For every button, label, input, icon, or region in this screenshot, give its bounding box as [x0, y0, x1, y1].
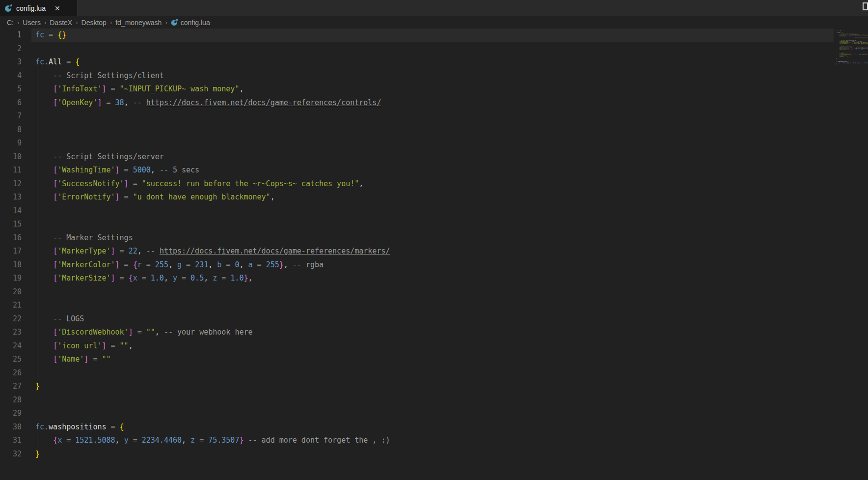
line-number: 16: [0, 231, 22, 245]
code-line[interactable]: 20: [0, 285, 868, 299]
code-line[interactable]: 25 ['Name'] = "": [0, 353, 868, 367]
line-number: 4: [0, 69, 22, 83]
line-number: 22: [0, 312, 22, 326]
code-line[interactable]: 19 ['MarkerSize'] = {x = 1.0, y = 0.5, z…: [0, 272, 868, 285]
code-line[interactable]: 7: [0, 110, 868, 123]
code-text: }: [35, 448, 40, 461]
line-number: 7: [0, 110, 22, 123]
code-line[interactable]: 16 -- Marker Settings: [0, 231, 868, 245]
current-line-highlight: [31, 28, 834, 42]
comment-link[interactable]: https://docs.fivem.net/docs/game-referen…: [160, 247, 390, 255]
line-number: 24: [0, 339, 22, 353]
lua-file-icon: [5, 4, 12, 12]
chevron-right-icon: ›: [165, 19, 167, 26]
code-line[interactable]: 3fc.All = {: [0, 56, 868, 69]
code-line[interactable]: 30fc.washpositions = {: [0, 421, 868, 434]
code-area[interactable]: 1fc = {}23fc.All = {4 -- Script Settings…: [0, 28, 868, 461]
code-text: ['MarkerColor'] = {r = 255, g = 231, b =…: [35, 258, 324, 272]
line-number: 12: [0, 177, 22, 191]
code-line[interactable]: 28: [0, 394, 868, 407]
code-line[interactable]: 22 -- LOGS: [0, 312, 868, 326]
line-number: 5: [0, 83, 22, 96]
minimap[interactable]: fc = {}fc.All = { -- Script Settings/cli…: [835, 28, 868, 480]
code-line[interactable]: 26: [0, 367, 868, 380]
code-line[interactable]: 5 ['InfoText'] = "~INPUT_PICKUP~ wash mo…: [0, 83, 868, 96]
line-number: 19: [0, 272, 22, 285]
code-line[interactable]: 32}: [0, 448, 868, 461]
code-line[interactable]: 21: [0, 299, 868, 312]
tab-bar: config.lua ✕: [0, 0, 868, 16]
code-text: ['MarkerType'] = 22, -- https://docs.fiv…: [35, 245, 390, 258]
breadcrumb-item[interactable]: DasteX: [50, 19, 72, 27]
line-number: 27: [0, 380, 22, 394]
code-line[interactable]: 8: [0, 123, 868, 137]
code-line[interactable]: 27}: [0, 380, 868, 394]
line-number: 6: [0, 96, 22, 110]
code-text: -- Script Settings/client: [35, 69, 164, 83]
code-line: }: [836, 64, 868, 65]
code-line[interactable]: 11 ['WashingTime'] = 5000, -- 5 secs: [0, 164, 868, 177]
breadcrumb-item[interactable]: Desktop: [81, 19, 107, 27]
code-text: fc.washpositions = {: [35, 421, 124, 434]
line-number: 28: [0, 394, 22, 407]
code-line[interactable]: 2: [0, 42, 868, 56]
line-number: 10: [0, 150, 22, 164]
code-text: {x = 1521.5088, y = 2234.4460, z = 75.35…: [35, 434, 390, 448]
code-line[interactable]: 9: [0, 137, 868, 150]
code-line[interactable]: 13 ['ErrorNotify'] = "u dont have enough…: [0, 191, 868, 204]
line-number: 18: [0, 258, 22, 272]
code-line[interactable]: 18 ['MarkerColor'] = {r = 255, g = 231, …: [0, 258, 868, 272]
line-number: 11: [0, 164, 22, 177]
code-text: ['OpenKey'] = 38, -- https://docs.fivem.…: [35, 96, 381, 110]
lua-file-icon: [171, 19, 178, 26]
close-icon[interactable]: ✕: [54, 4, 60, 12]
code-text: fc.All = {: [35, 56, 80, 69]
breadcrumb-item[interactable]: Users: [23, 19, 41, 27]
code-text: ['icon_url'] = "",: [35, 339, 133, 353]
line-number: 8: [0, 123, 22, 137]
code-line[interactable]: 31 {x = 1521.5088, y = 2234.4460, z = 75…: [0, 434, 868, 448]
code-line[interactable]: 14: [0, 204, 868, 218]
code-line[interactable]: 1fc = {}: [0, 28, 868, 42]
line-number: 32: [0, 448, 22, 461]
line-number: 17: [0, 245, 22, 258]
code-line[interactable]: 4 -- Script Settings/client: [0, 69, 868, 83]
line-number: 3: [0, 56, 22, 69]
chevron-right-icon: ›: [110, 19, 112, 26]
line-number: 29: [0, 407, 22, 421]
line-number: 20: [0, 285, 22, 299]
chevron-right-icon: ›: [17, 19, 19, 26]
code-line[interactable]: 23 ['DiscordWebhook'] = "", -- your webh…: [0, 326, 868, 339]
code-line[interactable]: 12 ['SuccessNotify'] = "success! run bef…: [0, 177, 868, 191]
tab-config-lua[interactable]: config.lua ✕: [0, 0, 78, 16]
line-number: 21: [0, 299, 22, 312]
editor[interactable]: 1fc = {}23fc.All = {4 -- Script Settings…: [0, 28, 868, 480]
line-number: 26: [0, 367, 22, 380]
code-line[interactable]: 10 -- Script Settings/server: [0, 150, 868, 164]
code-text: ['ErrorNotify'] = "u dont have enough bl…: [35, 191, 275, 204]
breadcrumb-item-file[interactable]: config.lua: [181, 19, 210, 27]
code-line[interactable]: 15: [0, 218, 868, 231]
split-editor-icon[interactable]: [863, 2, 868, 10]
code-line[interactable]: 6 ['OpenKey'] = 38, -- https://docs.five…: [0, 96, 868, 110]
line-number: 31: [0, 434, 22, 448]
code-line[interactable]: 24 ['icon_url'] = "",: [0, 339, 868, 353]
chevron-right-icon: ›: [44, 19, 46, 26]
code-line[interactable]: 29: [0, 407, 868, 421]
code-text: -- Marker Settings: [35, 231, 133, 245]
code-text: ['DiscordWebhook'] = "", -- your webhook…: [35, 326, 253, 339]
code-text: }: [35, 380, 40, 394]
breadcrumb-item[interactable]: fd_moneywash: [115, 19, 162, 27]
line-number: 25: [0, 353, 22, 367]
code-line[interactable]: 17 ['MarkerType'] = 22, -- https://docs.…: [0, 245, 868, 258]
tab-title: config.lua: [16, 4, 46, 12]
comment-link[interactable]: https://docs.fivem.net/docs/game-referen…: [146, 98, 381, 107]
code-text: ['SuccessNotify'] = "success! run before…: [35, 177, 363, 191]
line-number: 1: [0, 28, 22, 42]
indent-guide: [37, 434, 37, 448]
breadcrumb-item[interactable]: C:: [7, 19, 14, 27]
line-number: 14: [0, 204, 22, 218]
code-text: -- Script Settings/server: [35, 150, 164, 164]
line-number: 15: [0, 218, 22, 231]
line-number: 2: [0, 42, 22, 56]
